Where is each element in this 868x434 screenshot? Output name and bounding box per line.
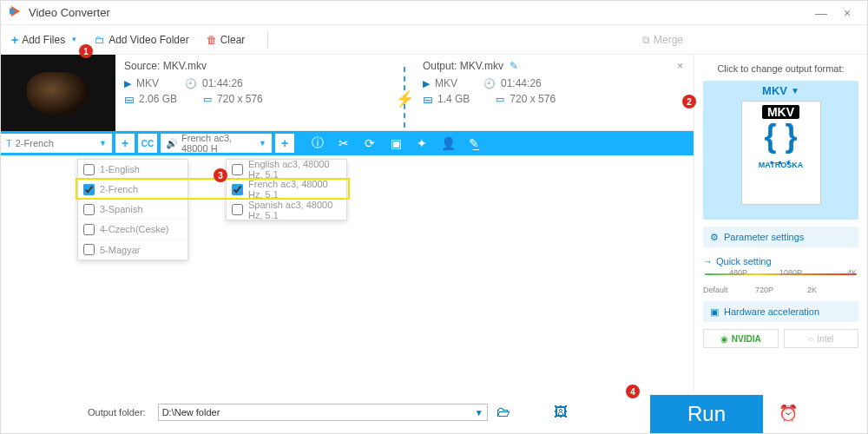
audio-option[interactable]: Spanish ac3, 48000 Hz, 5.1 (227, 200, 346, 220)
add-files-button[interactable]: + Add Files ▼ (11, 33, 77, 47)
callout-badge-3: 3 (214, 168, 227, 182)
option-label: 3-Spanish (100, 204, 143, 214)
cut-button[interactable]: ✂ (332, 134, 355, 153)
disk-icon: 🖴 (423, 94, 432, 104)
chip-icon: ▣ (710, 306, 719, 318)
output-folder-label: Output folder: (88, 407, 146, 418)
close-button[interactable]: × (834, 6, 860, 20)
chevron-down-icon: ▼ (99, 139, 107, 148)
output-info: Output: MKV.mkv ✎ ▶MKV 🕘01:44:26 🖴1.4 GB… (423, 60, 685, 125)
callout-badge-2: 2 (682, 95, 696, 108)
add-subtitle-button[interactable]: + (115, 134, 135, 153)
clock-icon: 🕘 (185, 78, 197, 89)
edit-button[interactable]: ✎̲ (463, 134, 485, 153)
hw-accel-label: Hardware acceleration (724, 306, 819, 317)
add-audio-button[interactable]: + (275, 134, 294, 153)
main-area: × Source: MKV.mkv ▶MKV 🕘01:44:26 🖴2.06 G… (1, 55, 867, 391)
parameter-settings-button[interactable]: ⚙ Parameter settings (703, 227, 858, 247)
option-label: English ac3, 48000 Hz, 5.1 (248, 159, 341, 180)
snapshot-button[interactable]: 🖼 (554, 404, 568, 420)
output-folder-field[interactable]: D:\New folder ▼ (158, 404, 488, 421)
scale-4k: 4K (847, 268, 857, 277)
schedule-button[interactable]: ⏰ (779, 404, 798, 423)
file-header: × Source: MKV.mkv ▶MKV 🕘01:44:26 🖴2.06 G… (1, 55, 694, 131)
subtitle-dropdown: 1-English 2-French 3-Spanish 4-Czech(Ces… (77, 159, 188, 260)
audio-option[interactable]: English ac3, 48000 Hz, 5.1 (227, 160, 346, 180)
text-t-icon: T (6, 138, 12, 148)
speaker-icon: 🔊 (166, 138, 178, 149)
arrow-right-icon: → (703, 256, 713, 266)
quality-slider[interactable]: 480P 1080P 4K Default 720P 2K (703, 273, 858, 293)
subtitle-option[interactable]: 4-Czech(Ceske) (78, 220, 187, 240)
format-title: Click to change output format: (703, 63, 858, 74)
hw-accel-button[interactable]: ▣ Hardware acceleration (703, 301, 858, 322)
subtitle-option[interactable]: 1-English (78, 160, 187, 180)
watermark-button[interactable]: 👤 (437, 134, 459, 153)
folder-icon: 🗀 (95, 34, 105, 46)
crop-button[interactable]: ▣ (385, 134, 407, 153)
checkbox[interactable] (83, 224, 95, 235)
merge-button[interactable]: ⧉ Merge (642, 34, 683, 46)
source-title: Source: MKV.mkv (124, 60, 386, 72)
cc-button[interactable]: CC (138, 134, 157, 153)
option-label: 4-Czech(Ceske) (100, 224, 168, 234)
scale-480p: 480P (729, 268, 747, 277)
output-title: Output: MKV.mkv ✎ (423, 60, 685, 72)
option-label: 1-English (100, 164, 140, 174)
checkbox[interactable] (232, 204, 243, 215)
sliders-icon: ⚙ (710, 232, 719, 243)
clock-icon: 🕘 (483, 78, 496, 89)
checkbox[interactable] (83, 164, 95, 175)
clear-button[interactable]: 🗑 Clear (207, 34, 246, 46)
checkbox[interactable] (83, 244, 95, 255)
callout-badge-1: 1 (79, 44, 93, 58)
file-item: × Source: MKV.mkv ▶MKV 🕘01:44:26 🖴2.06 G… (1, 55, 694, 155)
run-button[interactable]: Run (650, 395, 763, 433)
option-label: Spanish ac3, 48000 Hz, 5.1 (248, 200, 341, 220)
chevron-down-icon[interactable]: ▼ (70, 36, 77, 43)
rotate-button[interactable]: ⟳ (358, 134, 381, 153)
intel-chip[interactable]: ○Intel (784, 329, 859, 348)
lightning-icon: ⚡ (395, 89, 414, 108)
edit-output-button[interactable]: ✎ (510, 60, 518, 72)
output-resolution: 720 x 576 (510, 93, 556, 105)
effects-button[interactable]: ✦ (411, 134, 433, 153)
audio-selected: French ac3, 48000 H (181, 133, 255, 154)
checkbox[interactable] (83, 204, 95, 215)
scale-2k: 2K (807, 286, 817, 294)
format-label: MKV (762, 84, 787, 97)
add-folder-button[interactable]: 🗀 Add Video Folder (95, 34, 189, 46)
play-icon: ▶ (423, 78, 430, 89)
quick-setting-block: →Quick setting 480P 1080P 4K Default 720… (703, 254, 858, 294)
subtitle-option[interactable]: 2-French (78, 180, 187, 200)
minimize-button[interactable]: — (808, 6, 834, 20)
info-button[interactable]: ⓘ (306, 134, 329, 153)
app-logo-icon (8, 4, 29, 21)
remove-item-button[interactable]: × (677, 60, 683, 72)
option-label: 5-Magyar (100, 245, 140, 255)
intel-icon: ○ (808, 334, 813, 344)
open-folder-button[interactable]: 🗁 (496, 404, 510, 420)
dots-icon: … (767, 152, 795, 159)
video-thumbnail[interactable] (1, 55, 115, 131)
nvidia-chip[interactable]: ◉NVIDIA (703, 329, 779, 348)
subtitle-option[interactable]: 5-Magyar (78, 240, 187, 260)
audio-selector[interactable]: 🔊 French ac3, 48000 H ▼ (161, 134, 272, 153)
source-container: MKV (136, 77, 159, 89)
output-title-text: Output: MKV.mkv (423, 60, 503, 72)
matroska-text: MATROŠKA (759, 161, 803, 169)
subtitle-selector[interactable]: T 2-French ▼ (1, 134, 112, 153)
option-label: 2-French (100, 184, 138, 194)
audio-option[interactable]: French ac3, 48000 Hz, 5.1 (227, 180, 346, 200)
scale-default: Default (703, 286, 728, 294)
right-panel: Click to change output format: MKV ▼ MKV… (694, 55, 867, 391)
checkbox[interactable] (232, 184, 243, 195)
app-title: Video Converter (29, 6, 808, 19)
output-format-card[interactable]: MKV ▼ MKV { } … MATROŠKA (703, 81, 858, 220)
chevron-down-icon: ▼ (475, 408, 483, 418)
subtitle-option[interactable]: 3-Spanish (78, 200, 187, 220)
checkbox[interactable] (83, 184, 95, 195)
run-label: Run (687, 402, 726, 426)
checkbox[interactable] (232, 164, 243, 175)
nvidia-label: NVIDIA (732, 334, 761, 344)
